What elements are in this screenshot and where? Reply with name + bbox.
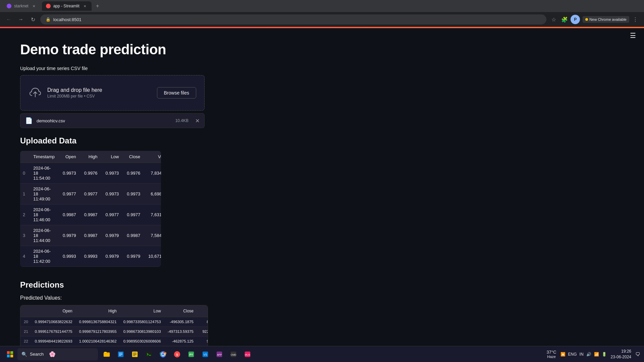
svg-text:CMD: CMD bbox=[231, 353, 236, 356]
notification-icon[interactable]: 🗨 bbox=[635, 352, 640, 357]
hamburger-menu[interactable]: ☰ bbox=[630, 32, 636, 40]
reload-button[interactable]: ↻ bbox=[28, 15, 38, 24]
col-open: Open bbox=[59, 151, 80, 163]
row-low: 0.9973 bbox=[102, 184, 123, 204]
system-tray: 🔼 ENG IN 🔊 📶 🔋 bbox=[560, 352, 607, 357]
pred-row-high: 0.9998791217803955 bbox=[76, 327, 120, 337]
taskbar: 🔍 Search 🌸 S bbox=[0, 346, 644, 362]
row-open: 0.9977 bbox=[59, 184, 80, 204]
row-low: 0.9977 bbox=[102, 204, 123, 225]
taskbar-app6-icon[interactable]: CMD bbox=[227, 348, 239, 360]
bookmark-button[interactable]: ☆ bbox=[549, 15, 558, 24]
pred-table-row: 21 0.9995176792144775 0.9998791217803955… bbox=[20, 327, 208, 337]
file-size: 10.4KB bbox=[175, 118, 189, 123]
address-text: localhost:8501 bbox=[53, 17, 82, 22]
user-profile-button[interactable]: P bbox=[571, 15, 580, 24]
svg-text:MUS: MUS bbox=[245, 353, 250, 356]
row-open: 0.9979 bbox=[59, 225, 80, 246]
new-chrome-badge[interactable]: New Chrome available bbox=[583, 16, 629, 23]
col-timestamp: Timestamp bbox=[29, 151, 59, 163]
upload-area[interactable]: Drag and drop file here Limit 200MB per … bbox=[20, 75, 205, 111]
taskbar-app5-icon[interactable]: APP bbox=[213, 348, 225, 360]
pred-col-close: Close bbox=[164, 305, 197, 317]
svg-text:S: S bbox=[176, 353, 178, 356]
forward-button[interactable]: → bbox=[16, 15, 25, 24]
search-text: Search bbox=[30, 352, 44, 357]
svg-text:PY: PY bbox=[189, 353, 193, 356]
svg-rect-7 bbox=[104, 352, 107, 353]
table-row: 0 2024-06-18 11:54:00 0.9973 0.9976 0.99… bbox=[20, 163, 161, 184]
weather-condition: Haze bbox=[547, 355, 556, 359]
taskbar-terminal-icon[interactable] bbox=[143, 348, 155, 360]
pred-col-volume: Volume bbox=[197, 305, 208, 317]
start-button[interactable] bbox=[4, 348, 16, 360]
row-volume: 7,584.6866 bbox=[144, 225, 161, 246]
taskbar-app4-icon[interactable]: VS bbox=[199, 348, 211, 360]
upload-cloud-icon bbox=[29, 86, 42, 100]
tab-streamlit-close[interactable]: ✕ bbox=[82, 3, 88, 9]
extensions-button[interactable]: 🧩 bbox=[560, 15, 569, 24]
taskbar-chrome-icon[interactable] bbox=[157, 348, 169, 360]
taskbar-app3-icon[interactable]: PY bbox=[185, 348, 197, 360]
pred-row-index: 22 bbox=[20, 337, 32, 346]
predictions-title: Predictions bbox=[20, 280, 624, 290]
pred-table-row: 22 0.9999484419822693 1.0002106428146362… bbox=[20, 337, 208, 346]
nav-bar: ← → ↻ 🔒 localhost:8501 ☆ 🧩 P New Chrome … bbox=[0, 12, 644, 27]
nav-actions: ☆ 🧩 P New Chrome available ⋮ bbox=[549, 15, 640, 24]
pred-row-low: 0.9986730813980103 bbox=[120, 327, 164, 337]
taskbar-notes-icon[interactable] bbox=[129, 348, 141, 360]
row-index: 2 bbox=[20, 204, 29, 225]
search-bar[interactable]: 🔍 Search 🌸 bbox=[17, 348, 98, 360]
pred-row-index: 20 bbox=[20, 317, 32, 327]
pred-row-high: 0.9998136758804321 bbox=[76, 317, 120, 327]
svg-rect-1 bbox=[7, 351, 10, 354]
row-high: 0.9976 bbox=[80, 163, 102, 184]
taskbar-app2-icon[interactable]: S bbox=[171, 348, 183, 360]
upload-left: Drag and drop file here Limit 200MB per … bbox=[29, 86, 102, 100]
pred-row-low: 0.9989503026008606 bbox=[120, 337, 164, 346]
tab-starknet[interactable]: starknet ✕ bbox=[3, 1, 41, 11]
volume-icon: 🔊 bbox=[586, 352, 591, 357]
row-high: 0.9987 bbox=[80, 225, 102, 246]
pred-col-low: Low bbox=[120, 305, 164, 317]
row-high: 0.9987 bbox=[80, 204, 102, 225]
cortana-icon: 🌸 bbox=[49, 351, 56, 357]
row-open: 0.9973 bbox=[59, 163, 80, 184]
tab-starknet-close[interactable]: ✕ bbox=[31, 3, 37, 9]
file-remove-button[interactable]: ✕ bbox=[195, 118, 200, 124]
address-bar[interactable]: 🔒 localhost:8501 bbox=[40, 14, 546, 24]
taskbar-icons: S PY VS APP CMD MUS bbox=[101, 348, 254, 360]
row-close: 0.9977 bbox=[123, 204, 144, 225]
row-low: 0.9979 bbox=[102, 225, 123, 246]
taskbar-explorer-icon[interactable] bbox=[101, 348, 113, 360]
menu-button[interactable]: ⋮ bbox=[631, 15, 640, 24]
row-timestamp: 2024-06-18 11:54:00 bbox=[29, 163, 59, 184]
starknet-favicon bbox=[7, 4, 11, 8]
file-icon: 📄 bbox=[25, 117, 33, 124]
file-name: demoohlcv.csv bbox=[37, 118, 171, 123]
pred-row-close: -462875.125 bbox=[164, 337, 197, 346]
new-tab-button[interactable]: + bbox=[93, 1, 102, 11]
col-volume: Volume bbox=[144, 151, 161, 163]
lock-icon: 🔒 bbox=[46, 17, 51, 22]
svg-point-14 bbox=[162, 353, 164, 355]
pred-row-close: -497313.59375 bbox=[164, 327, 197, 337]
svg-rect-3 bbox=[7, 354, 10, 357]
browse-files-button[interactable]: Browse files bbox=[157, 87, 196, 99]
col-index bbox=[20, 151, 29, 163]
tab-streamlit-label: app - Streamlit bbox=[53, 4, 79, 8]
taskbar-app7-icon[interactable]: MUS bbox=[241, 348, 254, 360]
uploaded-data-table: Timestamp Open High Low Close Volume 0 2… bbox=[20, 151, 161, 267]
row-timestamp: 2024-06-18 11:44:00 bbox=[29, 225, 59, 246]
row-timestamp: 2024-06-18 11:42:00 bbox=[29, 246, 59, 267]
tab-streamlit[interactable]: app - Streamlit ✕ bbox=[42, 1, 92, 11]
back-button[interactable]: ← bbox=[4, 15, 13, 24]
row-low: 0.9979 bbox=[102, 246, 123, 267]
row-close: 0.9979 bbox=[123, 246, 144, 267]
row-timestamp: 2024-06-18 11:49:00 bbox=[29, 184, 59, 204]
row-volume: 7,631.6320 bbox=[144, 204, 161, 225]
row-volume: 6,698.4893 bbox=[144, 184, 161, 204]
pred-table-row: 20 0.9994710683822632 0.9998136758804321… bbox=[20, 317, 208, 327]
streamlit-favicon bbox=[46, 4, 51, 8]
taskbar-files-icon[interactable] bbox=[115, 348, 127, 360]
